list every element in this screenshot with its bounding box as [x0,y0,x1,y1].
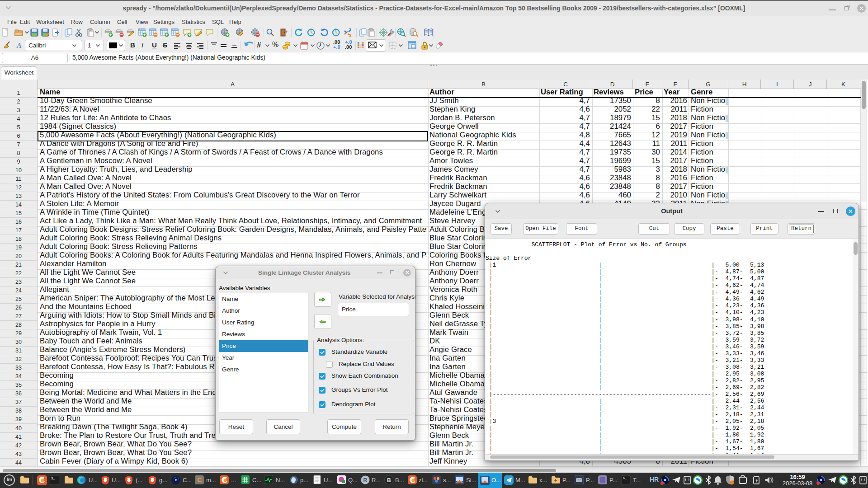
svg-text:C: C [197,476,202,483]
svg-text:$_: $_ [623,477,627,480]
svg-text:B: B [387,477,391,483]
svg-text:$_: $_ [51,477,55,480]
svg-text:R: R [363,477,368,483]
svg-text:A: A [16,42,22,49]
